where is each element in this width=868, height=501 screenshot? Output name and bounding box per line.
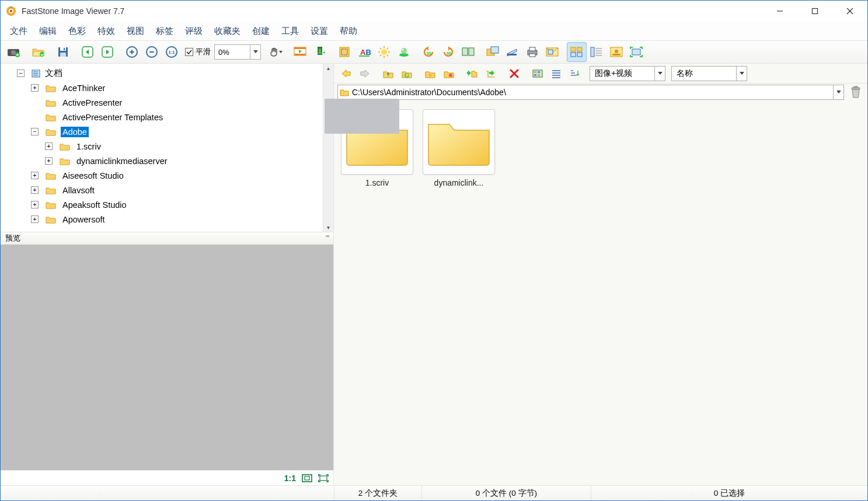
- nav-forward-icon[interactable]: [356, 65, 374, 82]
- refresh-icon[interactable]: [398, 65, 416, 82]
- preview-collapse-icon[interactable]: ˅˅: [325, 235, 329, 242]
- email-icon[interactable]: [542, 42, 562, 62]
- tree-item[interactable]: ActivePresenter: [17, 95, 323, 110]
- expand-plus-icon[interactable]: +: [31, 201, 39, 208]
- sort-dropdown-icon[interactable]: [736, 67, 747, 81]
- maximize-button[interactable]: [797, 1, 832, 22]
- tree-item[interactable]: +Allavsoft: [17, 183, 323, 197]
- path-combo[interactable]: [337, 85, 844, 100]
- thumbnail-item[interactable]: dynamiclink...: [421, 109, 496, 187]
- svg-rect-74: [533, 70, 542, 77]
- copy-to-icon[interactable]: [463, 65, 481, 82]
- crop-icon[interactable]: [334, 42, 354, 62]
- list-icon[interactable]: [548, 65, 565, 82]
- expand-minus-icon[interactable]: −: [17, 69, 25, 77]
- menu-create[interactable]: 创建: [246, 23, 276, 39]
- expand-minus-icon[interactable]: −: [31, 128, 39, 135]
- tree-item[interactable]: ActivePresenter Templates: [17, 110, 323, 124]
- single-view-icon[interactable]: [606, 42, 626, 62]
- expand-plus-icon[interactable]: +: [31, 84, 39, 92]
- scroll-down-icon[interactable]: ▾: [323, 224, 333, 231]
- recycle-bin-icon[interactable]: [848, 84, 864, 100]
- sort-icon[interactable]: [566, 65, 584, 82]
- menu-rating[interactable]: 评级: [179, 23, 208, 39]
- close-button[interactable]: [832, 1, 867, 22]
- print-icon[interactable]: [522, 42, 542, 62]
- thumbnail-view-icon[interactable]: [567, 42, 587, 62]
- preview-full-icon[interactable]: [318, 474, 329, 482]
- expand-plus-icon[interactable]: +: [31, 172, 39, 179]
- path-dropdown-icon[interactable]: [833, 85, 843, 99]
- forward-icon[interactable]: [97, 42, 117, 62]
- tree-scrollbar[interactable]: ▴ ▾: [323, 64, 333, 232]
- path-input[interactable]: [351, 88, 833, 97]
- tree-item[interactable]: +Apowersoft: [17, 212, 323, 227]
- text-icon[interactable]: AB: [354, 42, 374, 62]
- scroll-up-icon[interactable]: ▴: [323, 65, 333, 71]
- tag-folder-icon[interactable]: [440, 65, 458, 82]
- clone-icon[interactable]: [483, 42, 503, 62]
- tree-item[interactable]: +1.scriv: [17, 139, 323, 154]
- zoom-dropdown-icon[interactable]: [250, 45, 260, 59]
- preview-fit-icon[interactable]: [302, 474, 312, 482]
- rotate-right-icon[interactable]: 90: [438, 42, 458, 62]
- save-icon[interactable]: [53, 42, 73, 62]
- tree-item[interactable]: +AceThinker: [17, 81, 323, 95]
- status-file-count: 0 个文件 (0 字节): [421, 486, 591, 500]
- menu-view[interactable]: 视图: [121, 23, 150, 39]
- back-icon[interactable]: [78, 42, 97, 62]
- tree-item[interactable]: +Aiseesoft Studio: [17, 168, 323, 183]
- delete-icon[interactable]: [506, 65, 523, 82]
- scanner-icon[interactable]: [503, 42, 522, 62]
- expand-plus-icon[interactable]: +: [31, 186, 39, 194]
- fullscreen-icon[interactable]: [626, 42, 646, 62]
- thumbnail-area[interactable]: 1.scrivdynamiclink...: [334, 103, 867, 485]
- menu-settings[interactable]: 设置: [305, 23, 334, 39]
- scroll-thumb[interactable]: [325, 99, 399, 134]
- slideshow-icon[interactable]: [290, 42, 310, 62]
- zoom-in-icon[interactable]: [122, 42, 142, 62]
- wallpaper-icon[interactable]: [310, 42, 330, 62]
- select-all-icon[interactable]: [529, 65, 546, 82]
- detail-view-icon[interactable]: [587, 42, 606, 62]
- svg-rect-71: [305, 476, 309, 480]
- zoom-out-icon[interactable]: [142, 42, 162, 62]
- svg-rect-72: [320, 476, 327, 481]
- tree-item-label: Apeaksoft Studio: [61, 200, 128, 210]
- zoom-value-input[interactable]: [215, 45, 250, 59]
- menu-edit[interactable]: 编辑: [33, 23, 62, 39]
- smooth-checkbox[interactable]: 平滑: [182, 47, 214, 57]
- menu-favorites[interactable]: 收藏夹: [208, 23, 246, 39]
- compare-icon[interactable]: [458, 42, 478, 62]
- expand-plus-icon[interactable]: +: [45, 157, 53, 165]
- nav-back-icon[interactable]: [337, 65, 355, 82]
- zoom-combo[interactable]: [214, 44, 261, 60]
- menu-tags[interactable]: 标签: [150, 23, 179, 39]
- minimize-button[interactable]: [762, 1, 797, 22]
- menu-tools[interactable]: 工具: [276, 23, 305, 39]
- color-adjust-icon[interactable]: [394, 42, 414, 62]
- hand-tool-icon[interactable]: [266, 42, 285, 62]
- sort-combo[interactable]: 名称: [671, 66, 747, 81]
- expand-plus-icon[interactable]: +: [45, 142, 53, 150]
- filter-combo[interactable]: 图像+视频: [590, 66, 665, 81]
- menu-help[interactable]: 帮助: [334, 23, 363, 39]
- expand-plus-icon[interactable]: +: [31, 215, 39, 223]
- tree-item[interactable]: +Apeaksoft Studio: [17, 197, 323, 212]
- move-to-icon[interactable]: [482, 65, 500, 82]
- favorite-folder-icon[interactable]: [421, 65, 439, 82]
- filter-dropdown-icon[interactable]: [654, 67, 665, 81]
- tree-root[interactable]: − 文档: [17, 66, 323, 81]
- rotate-left-icon[interactable]: 90: [419, 42, 438, 62]
- tree-item[interactable]: +dynamiclinkmediaserver: [17, 154, 323, 168]
- menu-file[interactable]: 文件: [4, 23, 33, 39]
- zoom-actual-icon[interactable]: 1:1: [162, 42, 182, 62]
- adjust-lighting-icon[interactable]: [374, 42, 394, 62]
- tree-item[interactable]: −Adobe: [17, 124, 323, 139]
- menu-effects[interactable]: 特效: [92, 23, 121, 39]
- go-up-icon[interactable]: [379, 65, 397, 82]
- folder-tree[interactable]: − 文档 +AceThinkerActivePresenterActivePre…: [1, 64, 333, 232]
- capture-icon[interactable]: [4, 42, 24, 62]
- menu-color[interactable]: 色彩: [62, 23, 92, 39]
- open-icon[interactable]: [29, 42, 48, 62]
